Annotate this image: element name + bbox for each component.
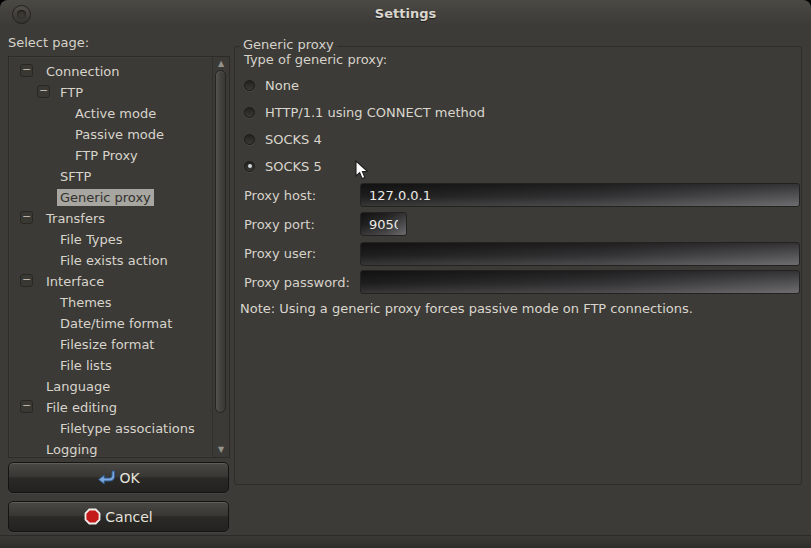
proxy-note: Note: Using a generic proxy forces passi… xyxy=(240,301,693,316)
return-icon xyxy=(97,470,115,485)
radio-icon xyxy=(244,107,255,118)
radio-option-http-connect[interactable]: HTTP/1.1 using CONNECT method xyxy=(244,101,485,123)
tree-item-language[interactable]: Language xyxy=(10,376,212,397)
tree-item-filesize-format[interactable]: Filesize format xyxy=(10,334,212,355)
ok-button-label: OK xyxy=(119,470,139,486)
groupbox-legend: Generic proxy xyxy=(240,37,337,52)
select-page-label: Select page: xyxy=(8,35,89,50)
tree-item-file-types[interactable]: File Types xyxy=(10,229,212,250)
tree-item-interface[interactable]: − Interface xyxy=(10,271,212,292)
tree-item-label: Date/time format xyxy=(57,315,175,332)
tree-item-label: File lists xyxy=(57,357,115,374)
tree-item-active-mode[interactable]: Active mode xyxy=(10,103,212,124)
tree-item-logging[interactable]: Logging xyxy=(10,439,212,460)
proxy-port-label: Proxy port: xyxy=(244,217,315,232)
cancel-button-label: Cancel xyxy=(105,509,152,525)
stop-icon xyxy=(84,508,101,525)
scroll-down-icon[interactable]: ▼ xyxy=(213,445,229,455)
tree-item-label: Active mode xyxy=(72,105,159,122)
tree-item-transfers[interactable]: − Transfers xyxy=(10,208,212,229)
radio-icon xyxy=(244,134,255,145)
tree-item-ftp[interactable]: − FTP xyxy=(10,82,212,103)
proxy-user-label: Proxy user: xyxy=(244,246,316,261)
collapse-icon[interactable]: − xyxy=(20,211,33,224)
collapse-icon[interactable]: − xyxy=(20,64,33,77)
tree-item-date-time-format[interactable]: Date/time format xyxy=(10,313,212,334)
tree-item-sftp[interactable]: SFTP xyxy=(10,166,212,187)
collapse-icon[interactable]: − xyxy=(20,274,33,287)
proxy-host-label: Proxy host: xyxy=(244,188,316,203)
collapse-icon[interactable]: − xyxy=(37,85,50,98)
tree-item-connection[interactable]: − Connection xyxy=(10,61,212,82)
tree-item-label: FTP Proxy xyxy=(72,147,141,164)
collapse-icon[interactable]: − xyxy=(20,400,33,413)
ok-button[interactable]: OK xyxy=(8,462,229,493)
tree-item-label: Language xyxy=(43,378,113,395)
scroll-up-icon[interactable]: ▲ xyxy=(213,59,229,69)
tree-item-ftp-proxy[interactable]: FTP Proxy xyxy=(10,145,212,166)
window-bottom-edge xyxy=(0,535,811,548)
radio-label: SOCKS 5 xyxy=(265,159,322,174)
tree-item-file-editing[interactable]: − File editing xyxy=(10,397,212,418)
cancel-button[interactable]: Cancel xyxy=(8,501,229,532)
tree-item-filetype-associations[interactable]: Filetype associations xyxy=(10,418,212,439)
tree-item-label: Generic proxy xyxy=(57,189,154,206)
radio-label: HTTP/1.1 using CONNECT method xyxy=(265,105,485,120)
tree-item-themes[interactable]: Themes xyxy=(10,292,212,313)
tree-item-label: Filesize format xyxy=(57,336,157,353)
tree-item-label: Logging xyxy=(43,441,101,458)
scroll-thumb[interactable] xyxy=(215,70,226,413)
proxy-password-input[interactable] xyxy=(360,270,800,294)
titlebar[interactable]: Settings xyxy=(0,0,811,28)
tree-item-generic-proxy[interactable]: Generic proxy xyxy=(10,187,212,208)
radio-icon xyxy=(244,80,255,91)
radio-checked-icon xyxy=(244,161,255,172)
proxy-user-input[interactable] xyxy=(360,242,800,266)
radio-label: SOCKS 4 xyxy=(265,132,322,147)
radio-option-socks4[interactable]: SOCKS 4 xyxy=(244,128,322,150)
tree-item-label: File Types xyxy=(57,231,126,248)
settings-window: Settings Select page: − Connection − FTP… xyxy=(0,0,811,548)
proxy-port-input[interactable] xyxy=(360,212,407,236)
tree-scrollbar[interactable]: ▲ ▼ xyxy=(212,57,229,457)
tree-item-label: File editing xyxy=(43,399,120,416)
radio-label: None xyxy=(265,78,299,93)
page-tree: − Connection − FTP Active mode Passive m… xyxy=(8,56,230,458)
tree-item-file-exists-action[interactable]: File exists action xyxy=(10,250,212,271)
radio-option-socks5[interactable]: SOCKS 5 xyxy=(244,155,322,177)
tree-item-label: Passive mode xyxy=(72,126,167,143)
tree-item-label: Connection xyxy=(43,63,123,80)
proxy-password-label: Proxy password: xyxy=(244,275,350,290)
window-title: Settings xyxy=(0,6,811,21)
tree-item-label: Interface xyxy=(43,273,107,290)
proxy-type-label: Type of generic proxy: xyxy=(244,52,387,67)
tree-item-file-lists[interactable]: File lists xyxy=(10,355,212,376)
proxy-host-input[interactable] xyxy=(360,183,800,207)
tree-item-label: Themes xyxy=(57,294,115,311)
tree-item-passive-mode[interactable]: Passive mode xyxy=(10,124,212,145)
radio-option-none[interactable]: None xyxy=(244,74,299,96)
tree-item-label: FTP xyxy=(57,84,86,101)
tree-item-label: File exists action xyxy=(57,252,171,269)
tree-item-label: Filetype associations xyxy=(57,420,198,437)
tree-item-label: SFTP xyxy=(57,168,94,185)
tree-item-label: Transfers xyxy=(43,210,108,227)
